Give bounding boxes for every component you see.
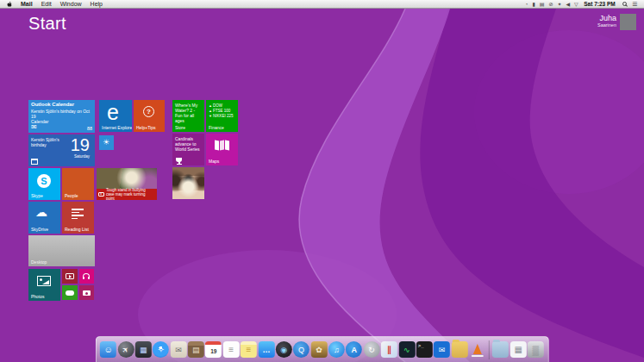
time-machine-icon[interactable]: ◔	[525, 0, 528, 9]
dock-safari-icon[interactable]: ✧	[153, 341, 169, 358]
tile-sports[interactable]: Cardinals advance to World Series	[172, 134, 204, 165]
dock-documents-folder-icon[interactable]	[452, 341, 468, 358]
user-name: Juha Saarinen	[597, 15, 616, 28]
dock-outlook-icon[interactable]: ✉	[434, 341, 450, 358]
macos-dock: ☺ ✈ ▦ ✧ ✉ ▤ 19 ≡ ≡ … ◉ Q ✿ ♫ A ↻ ∥ ∿ >_ …	[95, 336, 548, 362]
user-avatar	[620, 14, 636, 30]
tile-calendar[interactable]: Kerstin Sjölin's birthday 19 Saturday	[28, 134, 95, 166]
help-question-icon: ?	[143, 106, 154, 117]
tile-camera[interactable]	[79, 285, 94, 300]
calendar-event-text: Kerstin Sjölin's birthday	[31, 137, 66, 147]
news-headline: Tough stand in bullying case may mark tu…	[106, 188, 154, 200]
tile-desktop[interactable]: Desktop	[28, 235, 95, 266]
input-source-icon[interactable]: ▽	[574, 0, 578, 9]
finance-quote-nikkei: ▼NIKKEI 225	[209, 114, 233, 118]
menu-edit[interactable]: Edit	[37, 0, 56, 9]
cloud-icon: ☁	[35, 205, 47, 219]
menu-mail[interactable]: Mail	[16, 0, 37, 9]
calendar-day: 19	[71, 135, 90, 154]
sports-headline: Cardinals advance to World Series	[175, 136, 201, 152]
dock-divider	[489, 340, 490, 359]
tile-outlook-calendar[interactable]: Outlook Calendar Kerstin Sjölin's birthd…	[28, 100, 95, 133]
notification-center-icon[interactable]: ☰	[632, 0, 637, 9]
trophy-icon	[176, 158, 182, 162]
dock-trash-icon[interactable]: ▒	[528, 341, 544, 358]
dock-finder-icon[interactable]: ☺	[100, 341, 116, 358]
tile-reading-list[interactable]: Reading List	[62, 202, 94, 234]
dock-calendar-icon[interactable]: 19	[205, 341, 222, 358]
video-icon	[66, 273, 74, 279]
tile-photo-ballet[interactable]	[172, 167, 204, 199]
dock-messages-icon[interactable]: …	[258, 341, 274, 358]
map-icon	[215, 140, 229, 150]
menu-bar-status-area: ◔ ▮ ▤ ⊘ ✦ ◀ ▽ Sat 7:23 PM ☰	[522, 0, 640, 9]
photos-icon	[37, 276, 51, 286]
tile-video[interactable]	[62, 269, 78, 284]
tile-store[interactable]: Where's My Water? 2 - Fun for all ages S…	[172, 100, 204, 132]
tile-games[interactable]	[62, 285, 78, 300]
calendar-icon	[31, 159, 38, 165]
skype-icon: S	[37, 174, 51, 188]
sun-icon: ☀	[103, 138, 109, 147]
tile-skydrive[interactable]: ☁ SkyDrive	[28, 202, 60, 234]
dock-reminders-icon[interactable]: ≡	[223, 341, 240, 358]
dock-iphoto-icon[interactable]: ✿	[311, 341, 328, 358]
internet-explorer-icon: e	[107, 100, 119, 124]
tile-maps[interactable]: Maps	[206, 134, 238, 165]
user-account-button[interactable]: Juha Saarinen	[597, 14, 636, 30]
finance-quote-dow: ▲DOW	[209, 103, 222, 108]
news-video-icon: ▸	[98, 192, 104, 197]
menu-bar-clock[interactable]: Sat 7:23 PM	[584, 1, 616, 7]
game-controller-icon	[66, 290, 74, 296]
tile-finance[interactable]: ▲DOW ▲FTSE 100 ▼NIKKEI 225 Finance	[206, 100, 238, 132]
finance-quote-ftse: ▲FTSE 100	[209, 109, 230, 113]
calendar-weekday: Saturday	[74, 154, 90, 159]
menu-help[interactable]: Help	[86, 0, 107, 9]
dock-software-update-icon[interactable]: ↻	[364, 341, 380, 358]
outlook-event-source: Calendar	[31, 119, 91, 124]
dock-launchpad-icon[interactable]: ✈	[117, 341, 134, 358]
dock-downloads-folder-icon[interactable]	[492, 341, 509, 358]
bluetooth-icon[interactable]: ✦	[557, 0, 561, 9]
airplay-display-icon[interactable]: ▤	[540, 0, 545, 9]
camera-icon	[83, 290, 91, 296]
outlook-event-text: Kerstin Sjölin's birthday on Oct 19	[31, 109, 91, 119]
dock-mission-control-icon[interactable]: ▦	[135, 341, 152, 358]
dock-photo-booth-icon[interactable]: ◉	[276, 341, 292, 358]
dock-notes-icon[interactable]: ≡	[241, 341, 257, 358]
apple-menu-icon[interactable]	[6, 1, 13, 8]
dock-terminal-icon[interactable]: >_	[416, 341, 433, 358]
tile-people[interactable]: People	[62, 168, 94, 200]
dock-documents-stack-icon[interactable]: ▦	[510, 341, 527, 358]
do-not-disturb-icon[interactable]: ⊘	[548, 0, 553, 9]
volume-icon[interactable]: ◀	[566, 0, 570, 9]
store-headline: Where's My Water? 2 - Fun for all ages	[175, 103, 201, 123]
dock-activity-monitor-icon[interactable]: ∿	[398, 341, 415, 358]
battery-icon[interactable]: ▮	[532, 0, 535, 9]
tile-help-tips[interactable]: ? Help+Tips	[134, 100, 165, 132]
tile-photos[interactable]: Photos	[28, 269, 60, 301]
tile-music[interactable]	[79, 269, 94, 284]
headphones-icon	[83, 273, 90, 278]
start-screen-title: Start	[28, 14, 66, 34]
tile-internet-explorer[interactable]: e Internet Explorer	[99, 100, 132, 132]
macos-menu-bar: Mail Edit Window Help ◔ ▮ ▤ ⊘ ✦ ◀ ▽ Sat …	[0, 0, 644, 9]
dock-quicktime-icon[interactable]: Q	[293, 341, 309, 358]
dock-contacts-icon[interactable]: ▤	[188, 341, 204, 358]
dock-app-store-icon[interactable]: A	[346, 341, 362, 358]
dock-parallels-desktop-icon[interactable]: ∥	[381, 341, 397, 358]
dock-mail-icon[interactable]: ✉	[171, 341, 187, 358]
tile-weather[interactable]: ☀	[99, 135, 114, 150]
menu-window[interactable]: Window	[56, 0, 86, 9]
mail-icon: ✉	[31, 124, 37, 131]
dock-itunes-icon[interactable]: ♫	[328, 341, 345, 358]
spotlight-icon[interactable]	[622, 2, 627, 6]
desktop-screen: Mail Edit Window Help ◔ ▮ ▤ ⊘ ✦ ◀ ▽ Sat …	[0, 0, 644, 362]
reading-list-icon	[72, 209, 84, 221]
unread-count-badge: 88	[87, 126, 92, 131]
dock-vlc-icon[interactable]	[469, 341, 485, 358]
tile-news[interactable]: ▸ Tough stand in bullying case may mark …	[97, 168, 157, 200]
news-caption: ▸ Tough stand in bullying case may mark …	[97, 189, 157, 200]
tile-skype[interactable]: S Skype	[28, 168, 60, 200]
